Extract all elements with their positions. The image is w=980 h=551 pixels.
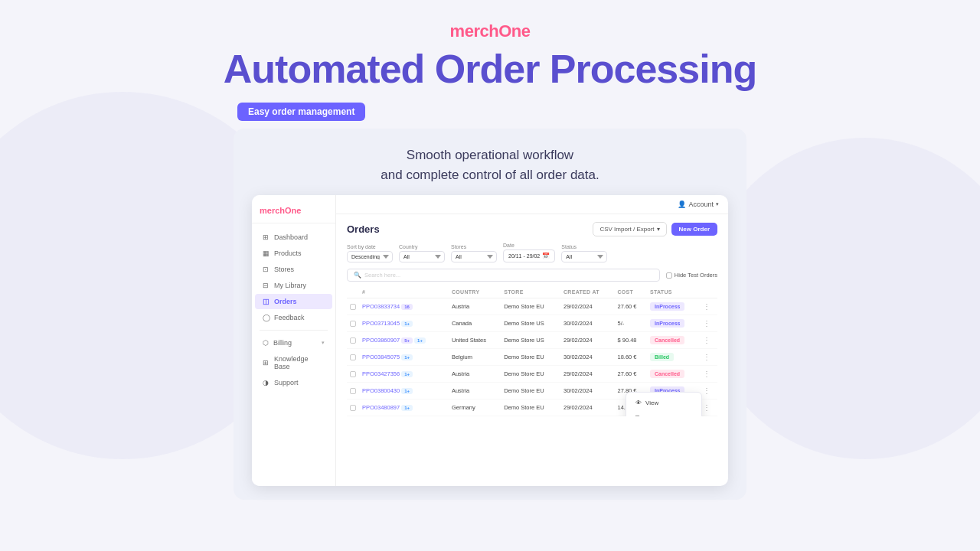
order-created-cell: 30/02/2024 bbox=[560, 383, 615, 399]
sidebar-item-feedback[interactable]: ◯ Feedback bbox=[255, 310, 332, 325]
sidebar-item-support[interactable]: ◑ Support bbox=[255, 375, 332, 390]
search-row: 🔍 Search here... Hide Test Orders bbox=[347, 269, 717, 282]
context-view[interactable]: 👁 View bbox=[626, 396, 701, 410]
order-country-cell: United States bbox=[449, 332, 501, 349]
row-checkbox-cell bbox=[347, 315, 359, 332]
table-row: PPO0383373416 Austria Demo Store EU 29/0… bbox=[347, 298, 717, 315]
stores-icon: ⊡ bbox=[263, 266, 270, 273]
stores-select[interactable]: All bbox=[451, 251, 497, 262]
orders-actions: CSV Import / Export ▾ New Order bbox=[593, 222, 717, 236]
row-checkbox[interactable] bbox=[350, 337, 356, 344]
order-id-cell: PPO038450751+ bbox=[359, 349, 449, 366]
order-status-cell: Billed bbox=[647, 349, 700, 366]
row-checkbox[interactable] bbox=[350, 405, 356, 411]
order-link[interactable]: PPO03713045 bbox=[362, 320, 400, 327]
billing-icon: ⬡ bbox=[263, 339, 270, 347]
sidebar-item-stores[interactable]: ⊡ Stores bbox=[255, 262, 332, 277]
order-cost-cell: 27.60 € bbox=[615, 298, 647, 315]
order-more-cell: ⋮ bbox=[700, 332, 717, 349]
sidebar-item-library[interactable]: ⊟ My Library bbox=[255, 278, 332, 293]
hide-test-orders[interactable]: Hide Test Orders bbox=[666, 272, 717, 279]
duplicate-icon: ⧉ bbox=[635, 414, 640, 416]
table-header: # COUNTRY STORE CREATED AT COST STATUS bbox=[347, 286, 717, 298]
sidebar-item-orders[interactable]: ◫ Orders bbox=[255, 294, 332, 309]
more-options-button[interactable]: ⋮ bbox=[703, 403, 710, 412]
hide-test-checkbox[interactable] bbox=[666, 272, 672, 279]
order-link[interactable]: PPO03480897 bbox=[362, 404, 400, 411]
stores-filter: Stores All bbox=[451, 244, 497, 262]
search-icon: 🔍 bbox=[354, 272, 361, 279]
more-options-button[interactable]: ⋮ bbox=[703, 319, 710, 328]
inner-app: merchOne ⊞ Dashboard ▦ Products ⊡ Stores… bbox=[252, 195, 728, 486]
calendar-icon: 📅 bbox=[542, 253, 550, 259]
order-created-cell: 29/02/2024 bbox=[560, 366, 615, 383]
order-created-cell: 30/02/2024 bbox=[560, 349, 615, 366]
status-select[interactable]: All bbox=[561, 251, 607, 262]
order-store-cell: Demo Store EU bbox=[501, 298, 560, 315]
more-options-button[interactable]: ⋮ bbox=[703, 386, 710, 395]
order-store-cell: Demo Store EU bbox=[501, 366, 560, 383]
order-link[interactable]: PPO03427356 bbox=[362, 370, 400, 377]
search-box[interactable]: 🔍 Search here... bbox=[347, 269, 660, 282]
more-options-button[interactable]: ⋮ bbox=[703, 336, 710, 344]
row-checkbox[interactable] bbox=[350, 321, 356, 327]
sidebar-item-products[interactable]: ▦ Products bbox=[255, 246, 332, 261]
easy-order-badge: Easy order management bbox=[237, 103, 365, 121]
order-created-cell: 29/02/2024 bbox=[560, 399, 615, 416]
sort-filter: Sort by date Descending bbox=[347, 244, 393, 262]
row-checkbox[interactable] bbox=[350, 388, 356, 394]
date-range-picker[interactable]: 20/11 - 29/02 📅 bbox=[503, 249, 555, 262]
sidebar-item-knowledge[interactable]: ⊞ Knowledge Base bbox=[255, 351, 332, 374]
sort-select[interactable]: Descending bbox=[347, 251, 393, 262]
order-more-cell: ⋮ bbox=[700, 383, 717, 399]
order-id-cell: PPO038004301+ bbox=[359, 383, 449, 399]
context-menu: 👁 View ⧉ Duplicate Order bbox=[626, 392, 702, 416]
col-country: COUNTRY bbox=[449, 286, 501, 298]
sidebar-item-billing[interactable]: ⬡ Billing ▾ bbox=[255, 335, 332, 350]
more-options-button[interactable]: ⋮ bbox=[703, 370, 710, 378]
order-created-cell: 29/02/2024 bbox=[560, 332, 615, 349]
order-cost-cell: 18.60 € bbox=[615, 349, 647, 366]
more-options-button[interactable]: ⋮ bbox=[703, 302, 710, 311]
order-country-cell: Austria bbox=[449, 298, 501, 315]
col-checkbox bbox=[347, 286, 359, 298]
support-icon: ◑ bbox=[263, 379, 270, 386]
status-badge: Cancelled bbox=[650, 370, 684, 378]
date-filter: Date 20/11 - 29/02 📅 bbox=[503, 243, 555, 262]
order-store-cell: Demo Store US bbox=[501, 315, 560, 332]
row-checkbox[interactable] bbox=[350, 354, 356, 360]
orders-table-wrapper: # COUNTRY STORE CREATED AT COST STATUS bbox=[347, 286, 717, 416]
sidebar-item-dashboard[interactable]: ⊞ Dashboard bbox=[255, 230, 332, 245]
order-link[interactable]: PPO03800430 bbox=[362, 387, 400, 394]
account-button[interactable]: 👤 Account ▾ bbox=[678, 201, 719, 208]
row-checkbox[interactable] bbox=[350, 304, 356, 310]
row-checkbox[interactable] bbox=[350, 371, 356, 377]
table-row: PPO038609075+1+ United States Demo Store… bbox=[347, 332, 717, 349]
more-options-button[interactable]: ⋮ bbox=[703, 353, 710, 361]
new-order-button[interactable]: New Order bbox=[671, 223, 717, 236]
order-link[interactable]: PPO03845075 bbox=[362, 354, 400, 360]
context-duplicate[interactable]: ⧉ Duplicate Order bbox=[626, 410, 701, 416]
order-country-cell: Germany bbox=[449, 399, 501, 416]
order-status-cell: InProcess bbox=[647, 315, 700, 332]
order-store-cell: Demo Store US bbox=[501, 332, 560, 349]
order-link[interactable]: PPO03833734 bbox=[362, 303, 400, 310]
row-checkbox-cell bbox=[347, 332, 359, 349]
country-select[interactable]: All bbox=[399, 251, 445, 262]
order-more-cell: ⋮ bbox=[700, 366, 717, 383]
account-chevron-icon: ▾ bbox=[716, 201, 719, 207]
row-checkbox-cell bbox=[347, 298, 359, 315]
status-filter: Status All bbox=[561, 244, 607, 262]
csv-button[interactable]: CSV Import / Export ▾ bbox=[593, 222, 666, 236]
sidebar-divider bbox=[260, 330, 328, 331]
logo: merchOne bbox=[450, 21, 531, 41]
col-cost: COST bbox=[615, 286, 647, 298]
logo-black: merch bbox=[450, 21, 499, 41]
table-row: PPO037130451+ Canada Demo Store US 30/02… bbox=[347, 315, 717, 332]
row-checkbox-cell bbox=[347, 349, 359, 366]
csv-chevron-icon: ▾ bbox=[657, 226, 660, 233]
order-link[interactable]: PPO03860907 bbox=[362, 337, 400, 344]
col-actions bbox=[700, 286, 717, 298]
status-badge: InProcess bbox=[650, 319, 684, 328]
user-icon: 👤 bbox=[678, 201, 686, 208]
